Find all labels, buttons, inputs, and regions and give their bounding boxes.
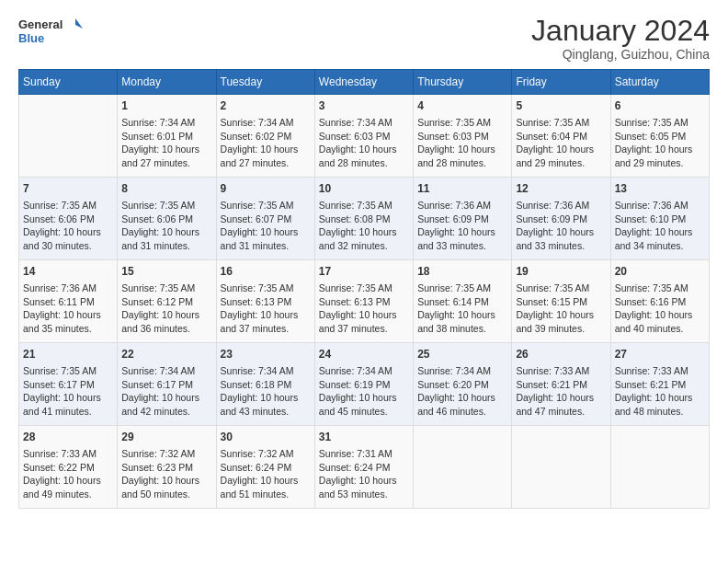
day-number: 7 xyxy=(23,181,113,197)
cell-w5-d0: 28Sunrise: 7:33 AMSunset: 6:22 PMDayligh… xyxy=(19,426,118,509)
day-info-line: Sunset: 6:20 PM xyxy=(417,378,507,392)
day-info-line: Sunrise: 7:35 AM xyxy=(121,282,211,295)
header-tuesday: Tuesday xyxy=(216,70,314,95)
day-info-line: Sunrise: 7:33 AM xyxy=(615,364,705,378)
day-info-line: Sunrise: 7:35 AM xyxy=(23,364,113,378)
day-info-line: Sunrise: 7:35 AM xyxy=(615,282,705,295)
day-info-line: Sunrise: 7:35 AM xyxy=(417,282,507,295)
day-info-line: and 33 minutes. xyxy=(516,239,606,253)
day-info-line: Daylight: 10 hours xyxy=(417,143,507,156)
svg-marker-2 xyxy=(75,18,83,29)
day-number: 13 xyxy=(615,181,705,197)
day-info-line: Daylight: 10 hours xyxy=(516,143,606,156)
week-row-3: 14Sunrise: 7:36 AMSunset: 6:11 PMDayligh… xyxy=(19,260,710,343)
header-friday: Friday xyxy=(512,70,610,95)
day-info-line: and 32 minutes. xyxy=(319,239,409,253)
day-number: 11 xyxy=(417,181,507,197)
cell-w5-d2: 30Sunrise: 7:32 AMSunset: 6:24 PMDayligh… xyxy=(216,426,314,509)
day-info-line: and 53 minutes. xyxy=(319,488,409,501)
day-info-line: Sunset: 6:15 PM xyxy=(516,295,606,309)
day-info-line: and 27 minutes. xyxy=(221,156,311,170)
day-info-line: Sunset: 6:12 PM xyxy=(121,295,211,309)
day-info-line: Sunset: 6:17 PM xyxy=(23,378,113,392)
cell-w1-d5: 5Sunrise: 7:35 AMSunset: 6:04 PMDaylight… xyxy=(512,95,610,178)
day-info-line: and 38 minutes. xyxy=(417,322,507,336)
day-info-line: and 47 minutes. xyxy=(516,405,606,419)
day-info-line: Sunset: 6:21 PM xyxy=(615,378,705,392)
day-info-line: Daylight: 10 hours xyxy=(319,225,409,239)
day-info-line: Daylight: 10 hours xyxy=(319,308,409,322)
calendar-table: SundayMondayTuesdayWednesdayThursdayFrid… xyxy=(18,69,710,509)
cell-w4-d5: 26Sunrise: 7:33 AMSunset: 6:21 PMDayligh… xyxy=(512,343,610,426)
day-info-line: Sunrise: 7:35 AM xyxy=(23,199,113,213)
day-info-line: and 27 minutes. xyxy=(121,156,211,170)
header-wednesday: Wednesday xyxy=(314,70,413,95)
day-info-line: Daylight: 10 hours xyxy=(417,225,507,239)
cell-w4-d3: 24Sunrise: 7:34 AMSunset: 6:19 PMDayligh… xyxy=(314,343,413,426)
day-number: 20 xyxy=(615,264,705,280)
day-info-line: and 28 minutes. xyxy=(319,156,409,170)
day-info-line: Sunset: 6:07 PM xyxy=(221,213,311,226)
day-info-line: and 42 minutes. xyxy=(121,405,211,419)
cell-w2-d6: 13Sunrise: 7:36 AMSunset: 6:10 PMDayligh… xyxy=(610,178,709,260)
day-info-line: Sunset: 6:03 PM xyxy=(417,130,507,144)
cell-w4-d6: 27Sunrise: 7:33 AMSunset: 6:21 PMDayligh… xyxy=(610,343,709,426)
cell-w1-d4: 4Sunrise: 7:35 AMSunset: 6:03 PMDaylight… xyxy=(414,95,512,178)
day-info-line: Daylight: 10 hours xyxy=(516,225,606,239)
day-info-line: Sunrise: 7:35 AM xyxy=(221,282,311,295)
day-number: 14 xyxy=(23,264,113,280)
day-info-line: Daylight: 10 hours xyxy=(23,308,113,322)
cell-w3-d3: 17Sunrise: 7:35 AMSunset: 6:13 PMDayligh… xyxy=(314,260,413,343)
day-info-line: and 37 minutes. xyxy=(319,322,409,336)
week-row-5: 28Sunrise: 7:33 AMSunset: 6:22 PMDayligh… xyxy=(19,426,710,509)
day-number: 6 xyxy=(615,98,705,114)
day-info-line: Sunrise: 7:31 AM xyxy=(319,447,409,461)
day-number: 24 xyxy=(319,347,409,362)
day-info-line: Sunset: 6:23 PM xyxy=(121,461,211,475)
day-info-line: Sunset: 6:18 PM xyxy=(221,378,311,392)
day-number: 22 xyxy=(121,347,211,362)
day-number: 17 xyxy=(319,264,409,280)
day-info-line: and 33 minutes. xyxy=(417,239,507,253)
day-info-line: Sunset: 6:09 PM xyxy=(417,213,507,226)
cell-w2-d5: 12Sunrise: 7:36 AMSunset: 6:09 PMDayligh… xyxy=(512,178,610,260)
day-info-line: Sunrise: 7:34 AM xyxy=(417,364,507,378)
day-number: 31 xyxy=(319,430,409,445)
day-info-line: Sunset: 6:14 PM xyxy=(417,295,507,309)
day-info-line: Sunset: 6:09 PM xyxy=(516,213,606,226)
day-info-line: Sunrise: 7:32 AM xyxy=(121,447,211,461)
day-info-line: Sunrise: 7:35 AM xyxy=(615,116,705,130)
cell-w1-d0 xyxy=(19,95,118,178)
day-number: 16 xyxy=(221,264,311,280)
title-block: January 2024 Qinglang, Guizhou, China xyxy=(531,15,710,62)
calendar-page: General Blue January 2024 Qinglang, Guiz… xyxy=(0,0,728,563)
cell-w4-d0: 21Sunrise: 7:35 AMSunset: 6:17 PMDayligh… xyxy=(19,343,118,426)
cell-w2-d4: 11Sunrise: 7:36 AMSunset: 6:09 PMDayligh… xyxy=(414,178,512,260)
cell-w4-d1: 22Sunrise: 7:34 AMSunset: 6:17 PMDayligh… xyxy=(118,343,216,426)
day-info-line: Daylight: 10 hours xyxy=(221,308,311,322)
day-info-line: Sunrise: 7:32 AM xyxy=(221,447,311,461)
day-info-line: Sunrise: 7:35 AM xyxy=(516,282,606,295)
day-info-line: and 51 minutes. xyxy=(221,488,311,501)
day-info-line: Sunrise: 7:34 AM xyxy=(121,364,211,378)
day-info-line: Daylight: 10 hours xyxy=(23,225,113,239)
day-info-line: Sunrise: 7:35 AM xyxy=(319,282,409,295)
day-number: 25 xyxy=(417,347,507,362)
cell-w5-d1: 29Sunrise: 7:32 AMSunset: 6:23 PMDayligh… xyxy=(118,426,216,509)
day-info-line: and 29 minutes. xyxy=(516,156,606,170)
cell-w4-d2: 23Sunrise: 7:34 AMSunset: 6:18 PMDayligh… xyxy=(216,343,314,426)
day-number: 18 xyxy=(417,264,507,280)
day-info-line: and 45 minutes. xyxy=(319,405,409,419)
cell-w3-d6: 20Sunrise: 7:35 AMSunset: 6:16 PMDayligh… xyxy=(610,260,709,343)
cell-w5-d6 xyxy=(610,426,709,509)
day-number: 23 xyxy=(221,347,311,362)
day-info-line: Daylight: 10 hours xyxy=(221,391,311,405)
cell-w2-d3: 10Sunrise: 7:35 AMSunset: 6:08 PMDayligh… xyxy=(314,178,413,260)
day-info-line: Sunset: 6:10 PM xyxy=(615,213,705,226)
day-info-line: Daylight: 10 hours xyxy=(121,143,211,156)
day-info-line: Daylight: 10 hours xyxy=(615,225,705,239)
day-info-line: Sunrise: 7:36 AM xyxy=(23,282,113,295)
day-info-line: Daylight: 10 hours xyxy=(121,308,211,322)
day-info-line: Sunset: 6:24 PM xyxy=(221,461,311,475)
day-number: 5 xyxy=(516,98,606,114)
